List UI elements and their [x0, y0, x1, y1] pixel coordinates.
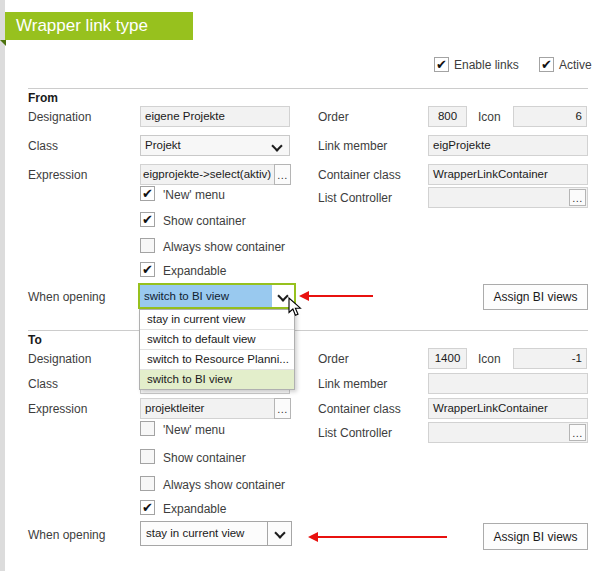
to-when-opening-label: When opening [28, 528, 105, 543]
to-icon-field[interactable]: -1 [513, 348, 587, 369]
from-link-member-field[interactable]: eigProjekte [428, 135, 588, 156]
active-checkbox[interactable] [539, 57, 554, 72]
to-expandable-label: Expandable [163, 502, 226, 517]
to-always-show-container-label: Always show container [163, 478, 285, 493]
from-container-class-field[interactable]: WrapperLinkContainer [428, 164, 588, 185]
to-always-show-container-checkbox[interactable] [140, 476, 155, 491]
from-class-combobox[interactable]: Projekt [140, 135, 290, 156]
to-expression-field[interactable]: projektleiter [140, 398, 275, 419]
to-when-opening-value: stay in current view [141, 522, 267, 545]
to-list-controller-field[interactable] [428, 422, 588, 443]
red-arrow-line [317, 536, 447, 538]
chevron-down-icon [271, 140, 282, 151]
from-class-value: Projekt [145, 139, 181, 151]
to-show-container-checkbox[interactable] [140, 449, 155, 464]
to-assign-bi-views-button[interactable]: Assign BI views [483, 523, 588, 550]
to-order-field[interactable]: 1400 [428, 348, 467, 369]
from-designation-field[interactable]: eigene Projekte [140, 106, 290, 127]
from-icon-field[interactable]: 6 [513, 106, 587, 127]
to-order-label: Order [318, 352, 349, 367]
from-when-opening-value: switch to BI view [140, 285, 272, 307]
mouse-cursor-icon [288, 297, 302, 317]
dropdown-option-switch-to-bi-view[interactable]: switch to BI view [140, 369, 294, 389]
from-always-show-container-checkbox[interactable] [140, 238, 155, 253]
from-list-controller-ellipsis-button[interactable]: ... [569, 189, 586, 206]
when-opening-dropdown-list: stay in current view switch to default v… [139, 309, 295, 390]
from-show-container-label: Show container [163, 214, 246, 229]
from-always-show-container-label: Always show container [163, 240, 285, 255]
enable-links-checkbox[interactable] [434, 57, 449, 72]
from-expandable-checkbox[interactable] [140, 262, 155, 277]
from-when-opening-label: When opening [28, 290, 105, 305]
to-when-opening-combobox[interactable]: stay in current view [140, 521, 292, 546]
to-designation-label: Designation [28, 352, 91, 367]
to-section-divider [28, 330, 588, 331]
red-arrow-line [308, 295, 373, 297]
to-class-label: Class [28, 377, 58, 392]
to-expandable-checkbox[interactable] [140, 500, 155, 515]
from-list-controller-label: List Controller [318, 191, 392, 206]
to-link-member-field[interactable] [428, 373, 588, 394]
from-new-menu-label: 'New' menu [163, 188, 225, 203]
dropdown-option-stay-in-current-view[interactable]: stay in current view [140, 310, 294, 329]
to-icon-label: Icon [478, 352, 501, 367]
to-expression-label: Expression [28, 402, 87, 417]
from-expression-ellipsis-button[interactable]: ... [274, 164, 291, 185]
from-assign-bi-views-button[interactable]: Assign BI views [483, 284, 588, 310]
from-list-controller-field[interactable] [428, 187, 588, 208]
to-container-class-label: Container class [318, 402, 401, 417]
from-container-class-label: Container class [318, 168, 401, 183]
window-edge-strip [0, 0, 5, 571]
to-new-menu-label: 'New' menu [163, 423, 225, 438]
from-expression-label: Expression [28, 168, 87, 183]
to-list-controller-label: List Controller [318, 426, 392, 441]
active-label: Active [559, 58, 592, 73]
from-designation-label: Designation [28, 110, 91, 125]
enable-links-label: Enable links [454, 58, 519, 73]
to-when-opening-dropdown-button[interactable] [267, 522, 291, 545]
to-section-title: To [28, 333, 42, 347]
to-link-member-label: Link member [318, 377, 387, 392]
to-expression-ellipsis-button[interactable]: ... [274, 398, 291, 419]
page-title: Wrapper link type [5, 12, 193, 40]
from-section-title: From [28, 91, 58, 105]
chevron-down-icon [274, 527, 285, 538]
to-container-class-field[interactable]: WrapperLinkContainer [428, 398, 588, 419]
from-expression-field[interactable]: eigprojekte->select(aktiv) [140, 164, 275, 185]
to-list-controller-ellipsis-button[interactable]: ... [569, 424, 586, 441]
from-show-container-checkbox[interactable] [140, 212, 155, 227]
from-class-label: Class [28, 139, 58, 154]
from-icon-label: Icon [478, 110, 501, 125]
chevron-down-icon [277, 290, 288, 301]
to-new-menu-checkbox[interactable] [140, 421, 155, 436]
from-expandable-label: Expandable [163, 264, 226, 279]
dropdown-option-switch-to-resource-planning[interactable]: switch to Resource Planni... [140, 349, 294, 369]
from-new-menu-checkbox[interactable] [140, 186, 155, 201]
dropdown-option-switch-to-default-view[interactable]: switch to default view [140, 329, 294, 349]
from-when-opening-combobox[interactable]: switch to BI view [138, 283, 296, 309]
from-link-member-label: Link member [318, 139, 387, 154]
from-order-label: Order [318, 110, 349, 125]
from-section-divider [28, 88, 588, 89]
from-order-field[interactable]: 800 [428, 106, 467, 127]
to-show-container-label: Show container [163, 451, 246, 466]
